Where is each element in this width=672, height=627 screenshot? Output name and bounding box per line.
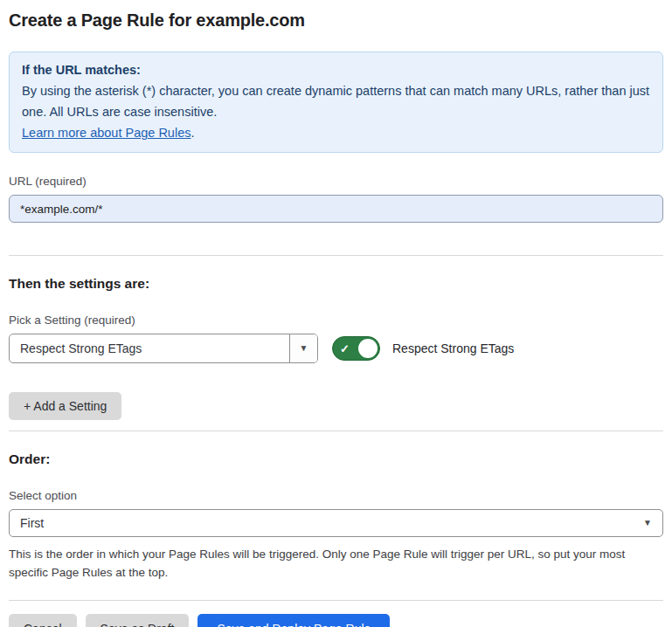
toggle-knob bbox=[358, 339, 378, 358]
cancel-button[interactable]: Cancel bbox=[9, 614, 77, 627]
settings-section-heading: Then the settings are: bbox=[9, 276, 663, 292]
footer-divider bbox=[9, 600, 663, 601]
order-section-heading: Order: bbox=[9, 451, 663, 467]
setting-select-value: Respect Strong ETags bbox=[10, 334, 289, 362]
url-matches-info-box: If the URL matches: By using the asteris… bbox=[9, 52, 663, 153]
create-page-rule-form: Create a Page Rule for example.com If th… bbox=[0, 10, 672, 627]
section-divider bbox=[9, 255, 663, 256]
etags-toggle[interactable]: ✓ bbox=[332, 336, 380, 361]
info-box-body: By using the asterisk (*) character, you… bbox=[22, 80, 650, 122]
link-period: . bbox=[191, 126, 194, 140]
url-label: URL (required) bbox=[9, 175, 663, 188]
save-deploy-button[interactable]: Save and Deploy Page Rule bbox=[197, 614, 390, 627]
info-box-heading: If the URL matches: bbox=[22, 59, 650, 80]
order-select-label: Select option bbox=[9, 489, 663, 502]
setting-select[interactable]: Respect Strong ETags ▼ bbox=[9, 334, 318, 363]
toggle-label: Respect Strong ETags bbox=[392, 341, 514, 355]
setting-select-caret-button[interactable]: ▼ bbox=[289, 334, 317, 362]
add-setting-button[interactable]: + Add a Setting bbox=[9, 392, 121, 420]
check-icon: ✓ bbox=[340, 342, 350, 355]
footer-actions: Cancel Save as Draft Save and Deploy Pag… bbox=[9, 614, 663, 627]
url-input[interactable] bbox=[9, 195, 663, 223]
order-select[interactable]: First ▼ bbox=[9, 509, 663, 537]
section-divider bbox=[9, 431, 663, 431]
pick-setting-label: Pick a Setting (required) bbox=[9, 314, 663, 327]
info-box-link-line: Learn more about Page Rules. bbox=[22, 122, 650, 143]
learn-more-link[interactable]: Learn more about Page Rules bbox=[22, 126, 191, 140]
save-draft-button[interactable]: Save as Draft bbox=[86, 614, 190, 627]
chevron-down-icon: ▼ bbox=[643, 519, 652, 527]
page-title: Create a Page Rule for example.com bbox=[9, 10, 663, 31]
order-help-text: This is the order in which your Page Rul… bbox=[9, 545, 660, 582]
order-select-value: First bbox=[20, 516, 44, 530]
setting-row: Respect Strong ETags ▼ ✓ Respect Strong … bbox=[9, 334, 663, 363]
chevron-down-icon: ▼ bbox=[300, 344, 308, 353]
